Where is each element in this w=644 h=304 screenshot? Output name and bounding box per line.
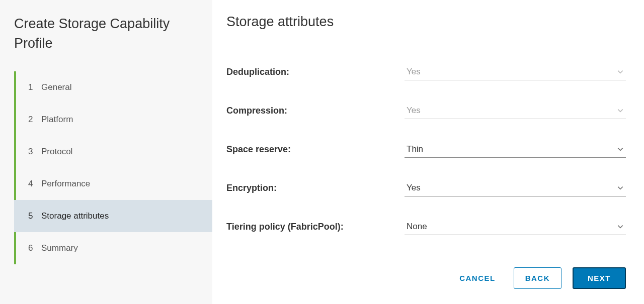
step-label: Summary (41, 243, 78, 253)
dropdown-value: Thin (407, 144, 423, 154)
wizard-sidebar: Create Storage Capability Profile 1 Gene… (0, 0, 212, 304)
encryption-dropdown[interactable]: Yes (405, 180, 626, 196)
wizard-steps: 1 General 2 Platform 3 Protocol 4 Perfor… (14, 71, 212, 264)
step-number: 6 (28, 243, 36, 253)
deduplication-dropdown[interactable]: Yes (405, 64, 626, 80)
step-protocol[interactable]: 3 Protocol (24, 136, 212, 168)
step-number: 3 (28, 147, 36, 157)
field-label: Compression: (226, 106, 405, 116)
compression-dropdown[interactable]: Yes (405, 103, 626, 119)
field-compression: Compression: Yes (226, 103, 626, 119)
field-tiering-policy: Tiering policy (FabricPool): None (226, 219, 626, 235)
chevron-down-icon (617, 223, 624, 230)
main-panel: Storage attributes Deduplication: Yes Co… (212, 0, 644, 304)
step-platform[interactable]: 2 Platform (24, 104, 212, 136)
step-label: Performance (41, 179, 90, 189)
wizard-title: Create Storage Capability Profile (14, 14, 212, 53)
step-summary[interactable]: 6 Summary (24, 232, 212, 264)
step-label: Storage attributes (41, 211, 109, 221)
chevron-down-icon (617, 184, 624, 191)
chevron-down-icon (617, 68, 624, 75)
step-performance[interactable]: 4 Performance (24, 168, 212, 200)
step-number: 1 (28, 82, 36, 92)
back-button[interactable]: BACK (514, 267, 561, 289)
chevron-down-icon (617, 146, 624, 153)
field-label: Encryption: (226, 183, 405, 193)
dropdown-value: Yes (407, 106, 421, 116)
page-title: Storage attributes (226, 14, 626, 30)
dropdown-value: Yes (407, 67, 421, 77)
tiering-policy-dropdown[interactable]: None (405, 219, 626, 235)
field-deduplication: Deduplication: Yes (226, 64, 626, 80)
step-label: Platform (41, 115, 73, 125)
field-label: Space reserve: (226, 144, 405, 155)
dropdown-value: Yes (407, 183, 421, 193)
space-reserve-dropdown[interactable]: Thin (405, 141, 626, 158)
next-button[interactable]: NEXT (573, 267, 626, 289)
field-label: Tiering policy (FabricPool): (226, 222, 405, 232)
field-encryption: Encryption: Yes (226, 180, 626, 196)
step-label: General (41, 82, 71, 92)
chevron-down-icon (617, 107, 624, 114)
step-number: 5 (28, 211, 36, 221)
field-space-reserve: Space reserve: Thin (226, 141, 626, 158)
step-number: 4 (28, 179, 36, 189)
step-storage-attributes[interactable]: 5 Storage attributes (14, 200, 212, 232)
form: Deduplication: Yes Compression: Yes Spac… (226, 64, 626, 258)
step-number: 2 (28, 115, 36, 125)
wizard-footer: CANCEL BACK NEXT (226, 258, 626, 304)
step-label: Protocol (41, 147, 72, 157)
step-general[interactable]: 1 General (24, 71, 212, 104)
cancel-button[interactable]: CANCEL (452, 268, 503, 288)
dropdown-value: None (407, 222, 427, 232)
field-label: Deduplication: (226, 67, 405, 77)
